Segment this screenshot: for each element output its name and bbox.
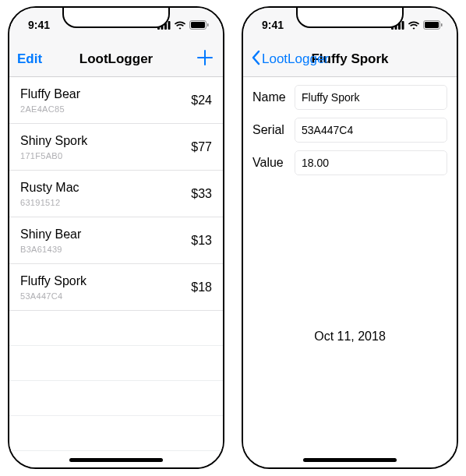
table-row[interactable]: Shiny BearB3A61439$13 (9, 217, 223, 264)
home-indicator[interactable] (303, 458, 397, 462)
nav-bar: LootLogger Fluffy Spork (243, 42, 457, 77)
status-time: 9:41 (28, 19, 50, 31)
table-row[interactable]: Shiny Spork171F5AB0$77 (9, 124, 223, 171)
item-serial: 63191512 (20, 198, 79, 207)
item-serial: 2AE4AC85 (20, 104, 80, 114)
label-name: Name (252, 90, 295, 104)
date-label: Oct 11, 2018 (243, 330, 457, 344)
row-left: Shiny BearB3A61439 (20, 227, 81, 254)
row-left: Shiny Spork171F5AB0 (20, 134, 87, 160)
status-time: 9:41 (262, 19, 284, 31)
nav-title: LootLogger (17, 51, 215, 67)
table-row[interactable]: Fluffy Spork53A447C4$18 (9, 264, 223, 311)
label-value: Value (252, 156, 295, 170)
svg-rect-10 (402, 21, 404, 30)
row-left: Rusty Mac63191512 (20, 181, 79, 207)
item-name: Fluffy Spork (20, 274, 86, 288)
item-name: Rusty Mac (20, 181, 79, 195)
item-price: $18 (191, 280, 212, 294)
item-price: $77 (191, 140, 212, 154)
wifi-icon (174, 21, 186, 30)
item-name: Shiny Bear (20, 227, 81, 242)
svg-rect-3 (168, 21, 171, 30)
row-left: Fluffy Bear2AE4AC85 (20, 87, 80, 114)
row-left: Fluffy Spork53A447C4 (20, 274, 86, 301)
item-serial: B3A61439 (20, 245, 81, 254)
empty-row (9, 416, 223, 451)
value-field[interactable]: 18.00 (295, 150, 447, 175)
item-name: Fluffy Bear (20, 87, 80, 101)
item-price: $33 (191, 187, 212, 201)
label-serial: Serial (252, 123, 295, 137)
svg-rect-13 (441, 23, 443, 26)
item-name: Shiny Spork (20, 134, 87, 148)
back-button[interactable]: LootLogger (251, 50, 329, 69)
phone-detail: 9:41 LootLogger Fluffy Spork Name Fl (242, 6, 458, 469)
name-field[interactable]: Fluffy Spork (295, 85, 447, 110)
home-indicator[interactable] (69, 458, 163, 462)
form-row-serial: Serial 53A447C4 (252, 118, 447, 143)
list-content[interactable]: Fluffy Bear2AE4AC85$24Shiny Spork171F5AB… (9, 77, 223, 467)
chevron-left-icon (251, 50, 260, 69)
battery-icon (423, 20, 443, 30)
table-row[interactable]: Fluffy Bear2AE4AC85$24 (9, 77, 223, 124)
serial-field[interactable]: 53A447C4 (295, 118, 447, 143)
wifi-icon (408, 21, 420, 30)
detail-form: Name Fluffy Spork Serial 53A447C4 Value … (243, 77, 457, 183)
svg-rect-5 (191, 22, 205, 28)
nav-bar: Edit LootLogger (9, 42, 223, 77)
empty-row (9, 381, 223, 416)
device-notch (296, 6, 404, 28)
empty-row (9, 346, 223, 381)
detail-content: Name Fluffy Spork Serial 53A447C4 Value … (243, 77, 457, 467)
edit-button[interactable]: Edit (17, 51, 42, 67)
svg-rect-12 (425, 22, 439, 28)
item-price: $13 (191, 234, 212, 248)
item-serial: 53A447C4 (20, 291, 86, 301)
svg-rect-6 (207, 23, 209, 26)
item-serial: 171F5AB0 (20, 151, 87, 160)
table-row[interactable]: Rusty Mac63191512$33 (9, 171, 223, 217)
empty-row (9, 311, 223, 346)
plus-icon (196, 49, 214, 66)
form-row-name: Name Fluffy Spork (252, 85, 447, 110)
form-row-value: Value 18.00 (252, 150, 447, 175)
add-button[interactable] (196, 49, 214, 69)
battery-icon (189, 20, 209, 30)
phone-list: 9:41 Edit LootLogger Fluffy Bear2AE4AC85… (8, 6, 224, 469)
back-label: LootLogger (262, 51, 329, 67)
device-notch (62, 6, 170, 28)
item-price: $24 (191, 93, 212, 108)
